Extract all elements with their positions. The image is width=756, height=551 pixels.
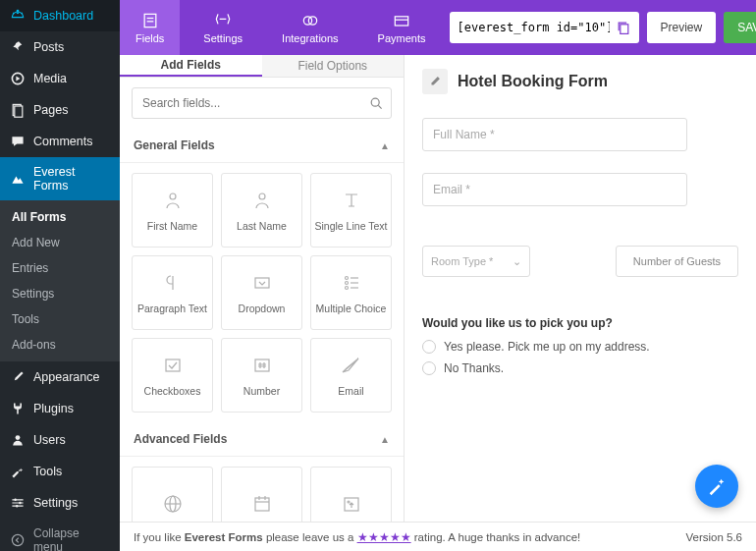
- submenu-addons[interactable]: Add-ons: [0, 332, 120, 358]
- person-icon: [250, 189, 274, 212]
- everest-icon: [10, 171, 26, 187]
- field-tile-checkboxes[interactable]: Checkboxes: [132, 338, 213, 413]
- caret-up-icon: ▲: [380, 434, 390, 445]
- field-tile-single-line-text[interactable]: Single Line Text: [310, 173, 392, 248]
- svg-point-22: [345, 282, 348, 285]
- tab-fields[interactable]: Fields: [120, 0, 180, 55]
- sidebar-label: Plugins: [33, 402, 74, 415]
- radio-icon: [422, 340, 436, 354]
- field-tile-first-name[interactable]: First Name: [132, 173, 213, 248]
- brush-icon: [10, 369, 26, 385]
- multi-icon: [340, 271, 363, 295]
- svg-rect-20: [255, 278, 269, 288]
- tab-payments[interactable]: Payments: [362, 0, 442, 55]
- user-icon: [10, 432, 26, 448]
- field-tile-dropdown[interactable]: Dropdown: [221, 255, 302, 330]
- text-icon: [340, 189, 363, 212]
- rating-link[interactable]: ★★★★★: [357, 531, 411, 543]
- field-tile-multiple-choice[interactable]: Multiple Choice: [310, 255, 392, 330]
- field-number-of-guests[interactable]: Number of Guests: [616, 246, 738, 277]
- submenu-settings[interactable]: Settings: [0, 281, 120, 306]
- tile-label: Multiple Choice: [316, 303, 387, 314]
- wand-icon: [706, 475, 728, 497]
- sidebar-item-pages[interactable]: Pages: [0, 94, 120, 126]
- upload-icon: [340, 492, 363, 516]
- sidebar-item-appearance[interactable]: Appearance: [0, 361, 120, 393]
- sidebar-item-comments[interactable]: Comments: [0, 126, 120, 157]
- save-button[interactable]: SAVE: [724, 12, 756, 43]
- field-email[interactable]: Email *: [422, 173, 687, 206]
- sidebar-item-tools[interactable]: Tools: [0, 456, 120, 487]
- radio-option-no[interactable]: No Thanks.: [422, 361, 738, 375]
- collapse-label: Collapse menu: [33, 526, 110, 551]
- sidebar-label: Users: [33, 433, 66, 447]
- field-tile-last-name[interactable]: Last Name: [221, 173, 302, 248]
- svg-point-6: [16, 505, 18, 507]
- person-icon: [161, 189, 185, 212]
- sidebar-item-dashboard[interactable]: Dashboard: [0, 0, 120, 31]
- shortcode-input[interactable]: [458, 21, 610, 34]
- section-general-fields[interactable]: General Fields ▲: [120, 129, 404, 163]
- page-icon: [10, 102, 26, 118]
- preview-button[interactable]: Preview: [647, 12, 717, 43]
- submenu-tools[interactable]: Tools: [0, 306, 120, 332]
- sidebar-item-everest-forms[interactable]: Everest Forms: [0, 157, 120, 200]
- form-title[interactable]: Hotel Booking Form: [458, 73, 608, 90]
- sidebar-submenu: All Forms Add New Entries Settings Tools…: [0, 200, 120, 361]
- sidebar-label: Pages: [33, 103, 68, 117]
- payments-icon: [392, 11, 411, 30]
- radio-icon: [422, 361, 436, 375]
- field-tile-email[interactable]: Email: [310, 338, 392, 413]
- panel-tab-field-options[interactable]: Field Options: [262, 55, 405, 77]
- submenu-entries[interactable]: Entries: [0, 255, 120, 281]
- caret-up-icon: ▲: [380, 140, 390, 151]
- sidebar-item-users[interactable]: Users: [0, 424, 120, 456]
- chevron-down-icon: ⌄: [513, 255, 521, 268]
- fab-button[interactable]: [695, 465, 738, 508]
- dashboard-icon: [10, 8, 26, 24]
- tab-label: Fields: [135, 32, 164, 44]
- sidebar-item-posts[interactable]: Posts: [0, 31, 120, 63]
- sidebar-item-media[interactable]: Media: [0, 63, 120, 94]
- tile-label: Paragraph Text: [137, 303, 207, 314]
- submenu-all-forms[interactable]: All Forms: [0, 204, 120, 230]
- search-input[interactable]: [132, 87, 392, 119]
- field-tile-paragraph-text[interactable]: Paragraph Text: [132, 255, 213, 330]
- sidebar-label: Media: [33, 72, 67, 85]
- sidebar-item-settings[interactable]: Settings: [0, 487, 120, 519]
- sidebar-label: Settings: [33, 496, 78, 510]
- sliders-icon: [10, 495, 26, 511]
- field-tile-number[interactable]: Number: [221, 338, 302, 413]
- version-text: Version 5.6: [685, 531, 742, 543]
- sidebar-item-plugins[interactable]: Plugins: [0, 393, 120, 424]
- sidebar-label: Dashboard: [33, 9, 93, 23]
- section-advanced-fields[interactable]: Advanced Fields ▲: [120, 422, 404, 457]
- tile-label: Email: [338, 385, 363, 397]
- radio-label: Yes please. Pick me up on my address.: [444, 340, 650, 354]
- mail-icon: [340, 354, 363, 377]
- collapse-menu[interactable]: Collapse menu: [0, 519, 120, 551]
- media-icon: [10, 71, 26, 86]
- svg-point-7: [12, 534, 23, 545]
- svg-point-12: [308, 17, 316, 25]
- sidebar-label: Comments: [33, 135, 92, 148]
- submenu-add-new[interactable]: Add New: [0, 230, 120, 255]
- date-icon: [250, 492, 274, 516]
- para-icon: [161, 271, 185, 295]
- panel-tab-add-fields[interactable]: Add Fields: [120, 55, 262, 77]
- tab-settings[interactable]: Settings: [188, 0, 258, 55]
- tab-integrations[interactable]: Integrations: [266, 0, 353, 55]
- copy-icon[interactable]: [616, 20, 631, 35]
- radio-option-yes[interactable]: Yes please. Pick me up on my address.: [422, 340, 738, 354]
- svg-line-17: [378, 105, 381, 108]
- shortcode-box: [450, 12, 639, 43]
- pencil-icon[interactable]: [422, 69, 448, 94]
- tile-label: Single Line Text: [315, 220, 388, 232]
- collapse-icon: [10, 532, 26, 548]
- builder-topbar: Fields Settings Integrations Payments Pr…: [120, 0, 756, 55]
- footer: If you like Everest Forms please leave u…: [120, 522, 756, 551]
- field-room-type[interactable]: Room Type * ⌄: [422, 246, 530, 277]
- field-full-name[interactable]: Full Name *: [422, 118, 687, 151]
- settings-icon: [213, 11, 233, 30]
- svg-point-21: [345, 277, 348, 280]
